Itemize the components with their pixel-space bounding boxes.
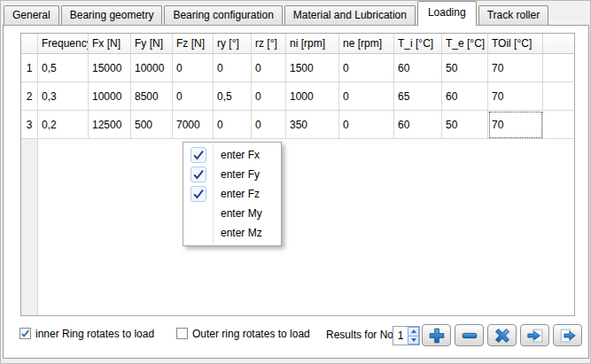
table-cell[interactable]: 60 — [442, 82, 488, 111]
table-cell[interactable]: 50 — [442, 111, 488, 139]
table-cell[interactable]: 0,5 — [214, 82, 252, 111]
table-corner-cell — [21, 34, 38, 54]
table-header-row: FrequencyFx [N]Fy [N]Fz [N]ry [°]rz [°]n… — [21, 34, 574, 54]
menu-check-gutter — [184, 204, 214, 223]
tab-bearing-configuration[interactable]: Bearing configuration — [164, 5, 282, 25]
outer-ring-checkbox-label: Outer ring rotates to load — [192, 328, 310, 340]
menu-item-enter-my[interactable]: enter My — [184, 204, 280, 223]
table-cell[interactable]: 0 — [339, 54, 394, 82]
table-cell[interactable]: 12500 — [89, 111, 131, 139]
column-header-toil-c: TOil [°C] — [488, 34, 543, 54]
column-header-ry: ry [°] — [214, 34, 252, 54]
tab-material-and-lubrication[interactable]: Material and Lubrication — [284, 5, 416, 25]
spinner-buttons — [408, 327, 419, 345]
table-cell[interactable]: 0 — [173, 54, 214, 82]
table-cell[interactable]: 15000 — [89, 54, 131, 82]
empty-filler[interactable] — [38, 139, 574, 315]
table-cell[interactable]: 10000 — [89, 82, 131, 111]
table-cell[interactable]: 70 — [488, 82, 543, 111]
table-cell[interactable]: 0,2 — [38, 111, 89, 139]
table-cell[interactable]: 0 — [214, 54, 252, 82]
menu-check-icon — [191, 167, 206, 182]
menu-item-label: enter My — [214, 207, 262, 220]
tab-bearing-geometry[interactable]: Bearing geometry — [61, 5, 163, 25]
column-header-t-e-c: T_e [°C] — [442, 34, 488, 54]
table-cell[interactable]: 8500 — [131, 82, 173, 111]
menu-item-label: enter Fy — [214, 168, 260, 181]
row-number[interactable]: 3 — [21, 111, 38, 139]
export-row-button[interactable] — [553, 324, 582, 346]
cross-icon — [493, 326, 512, 345]
import-row-button[interactable] — [520, 324, 549, 346]
table-cell[interactable]: 0 — [339, 82, 394, 111]
table-cell[interactable]: 0 — [214, 111, 252, 139]
table-cell[interactable]: 500 — [131, 111, 173, 139]
menu-item-enter-mz[interactable]: enter Mz — [184, 223, 280, 243]
row-filler — [543, 82, 574, 111]
delete-all-button[interactable] — [487, 324, 517, 346]
minus-icon — [460, 326, 479, 345]
plus-icon — [427, 326, 447, 345]
column-header-fx-n: Fx [N] — [89, 34, 131, 54]
spin-up-button[interactable] — [408, 327, 419, 337]
table-cell[interactable]: 0,5 — [38, 54, 89, 82]
column-header-ni-rpm: ni [rpm] — [286, 34, 339, 54]
tab-general[interactable]: General — [4, 5, 59, 25]
table-cell[interactable]: 10000 — [131, 54, 173, 82]
table-cell[interactable]: 1000 — [286, 82, 339, 111]
header-filler — [543, 34, 574, 54]
table-cell[interactable]: 65 — [394, 82, 442, 111]
remove-row-button[interactable] — [455, 324, 484, 346]
row-filler — [543, 54, 574, 82]
menu-check-gutter — [184, 223, 214, 243]
menu-item-enter-fy[interactable]: enter Fy — [184, 165, 280, 184]
row-number[interactable]: 2 — [21, 82, 38, 111]
menu-check-gutter — [184, 145, 214, 165]
arrow-into-box-icon — [525, 326, 545, 345]
row-filler — [543, 111, 574, 139]
table-cell[interactable]: 350 — [286, 111, 339, 139]
menu-check-icon — [191, 147, 206, 163]
chevron-up-icon — [411, 329, 416, 333]
table-cell[interactable]: 0 — [339, 111, 394, 139]
menu-item-enter-fx[interactable]: enter Fx — [184, 145, 280, 165]
table-row: 10,5150001000000015000605070 — [21, 54, 574, 82]
column-header-frequency: Frequency — [38, 34, 89, 54]
table-cell[interactable]: 1500 — [286, 54, 339, 82]
tab-bar: GeneralBearing geometryBearing configura… — [4, 3, 550, 25]
menu-check-gutter — [184, 184, 214, 204]
table-cell[interactable]: 0 — [252, 54, 286, 82]
row-number-strip — [21, 139, 38, 315]
results-for-no-label: Results for No — [326, 329, 393, 341]
table-cell[interactable]: 70 — [488, 111, 543, 139]
loading-table: FrequencyFx [N]Fy [N]Fz [N]ry [°]rz [°]n… — [20, 33, 575, 316]
tab-track-roller[interactable]: Track roller — [478, 5, 549, 25]
loading-tab-panel: FrequencyFx [N]Fy [N]Fz [N]ry [°]rz [°]n… — [3, 25, 589, 359]
table-cell[interactable]: 7000 — [173, 111, 214, 139]
table-cell[interactable]: 50 — [442, 54, 488, 82]
outer-ring-checkbox[interactable] — [176, 328, 188, 339]
row-number[interactable]: 1 — [21, 54, 38, 82]
column-header-fz-n: Fz [N] — [173, 34, 214, 54]
table-cell[interactable]: 60 — [394, 54, 442, 82]
table-cell[interactable]: 60 — [394, 111, 442, 139]
tab-loading[interactable]: Loading — [417, 1, 477, 27]
results-number-input[interactable] — [393, 327, 408, 345]
column-header-fy-n: Fy [N] — [131, 34, 173, 54]
table-cell[interactable]: 0 — [173, 82, 214, 111]
checkbox-icon — [19, 328, 31, 339]
table-cell[interactable]: 0 — [252, 111, 286, 139]
table-cell[interactable]: 0,3 — [38, 82, 89, 111]
menu-item-label: enter Fx — [214, 149, 260, 161]
add-row-button[interactable] — [422, 324, 451, 346]
inner-ring-checkbox-label: inner Ring rotates to load — [35, 328, 154, 340]
menu-check-icon — [191, 186, 206, 202]
table-cell[interactable]: 0 — [252, 82, 286, 111]
menu-check-gutter — [184, 165, 214, 184]
inner-ring-checkbox[interactable] — [19, 328, 31, 339]
spin-down-button[interactable] — [408, 337, 419, 345]
menu-item-enter-fz[interactable]: enter Fz — [184, 184, 280, 204]
column-header-rz: rz [°] — [252, 34, 286, 54]
table-cell[interactable]: 70 — [488, 54, 543, 82]
results-number-spinner — [393, 326, 420, 345]
